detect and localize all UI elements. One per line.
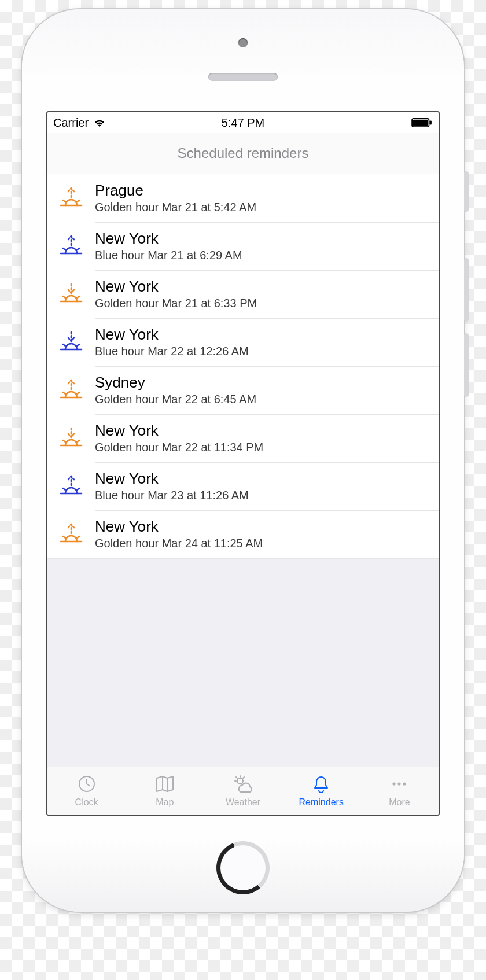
reminder-text: New York Blue hour Mar 23 at 11:26 AM bbox=[95, 470, 439, 502]
reminder-row[interactable]: New York Blue hour Mar 23 at 11:26 AM bbox=[47, 462, 439, 510]
reminder-row[interactable]: Prague Golden hour Mar 21 at 5:42 AM bbox=[47, 174, 439, 222]
reminder-row[interactable]: New York Blue hour Mar 21 at 6:29 AM bbox=[47, 222, 439, 270]
carrier-label: Carrier bbox=[53, 116, 89, 130]
reminder-text: New York Blue hour Mar 22 at 12:26 AM bbox=[95, 326, 439, 358]
svg-line-10 bbox=[77, 248, 79, 250]
svg-line-21 bbox=[63, 392, 65, 394]
svg-line-26 bbox=[77, 440, 79, 442]
device-camera bbox=[238, 38, 248, 47]
status-time: 5:47 PM bbox=[222, 116, 264, 130]
reminder-row[interactable]: New York Blue hour Mar 22 at 12:26 AM bbox=[47, 318, 439, 366]
device-side-button bbox=[464, 333, 469, 397]
reminder-detail: Blue hour Mar 23 at 11:26 AM bbox=[95, 489, 439, 502]
tab-label: Reminders bbox=[299, 797, 344, 808]
reminder-text: New York Golden hour Mar 24 at 11:25 AM bbox=[95, 518, 439, 550]
svg-line-17 bbox=[63, 344, 65, 346]
tab-map[interactable]: Map bbox=[126, 767, 204, 815]
svg-line-25 bbox=[63, 440, 65, 442]
reminder-detail: Golden hour Mar 22 at 11:34 PM bbox=[95, 441, 439, 454]
tab-more[interactable]: More bbox=[360, 767, 439, 815]
weather-icon bbox=[233, 775, 253, 795]
svg-rect-1 bbox=[413, 120, 428, 126]
sun-up-golden-icon bbox=[47, 378, 95, 403]
sun-down-golden-icon bbox=[47, 282, 95, 307]
reminder-row[interactable]: Sydney Golden hour Mar 22 at 6:45 AM bbox=[47, 366, 439, 414]
reminder-detail: Golden hour Mar 24 at 11:25 AM bbox=[95, 537, 439, 550]
svg-line-34 bbox=[77, 536, 79, 538]
reminder-detail: Golden hour Mar 21 at 5:42 AM bbox=[95, 201, 439, 214]
tab-label: More bbox=[389, 797, 410, 808]
reminder-detail: Golden hour Mar 21 at 6:33 PM bbox=[95, 297, 439, 310]
reminder-city: Prague bbox=[95, 182, 439, 200]
svg-point-46 bbox=[403, 782, 406, 785]
svg-line-42 bbox=[236, 777, 237, 778]
tab-bar: Clock Map Weather Reminders More bbox=[47, 767, 439, 815]
svg-line-14 bbox=[77, 296, 79, 298]
reminder-text: Prague Golden hour Mar 21 at 5:42 AM bbox=[95, 182, 439, 214]
svg-line-5 bbox=[63, 200, 65, 202]
svg-line-9 bbox=[63, 248, 65, 250]
svg-point-45 bbox=[398, 782, 401, 785]
sun-up-blue-icon bbox=[47, 474, 95, 499]
content-background bbox=[47, 559, 439, 767]
reminder-text: Sydney Golden hour Mar 22 at 6:45 AM bbox=[95, 374, 439, 406]
svg-line-29 bbox=[63, 488, 65, 490]
sun-up-golden-icon bbox=[47, 186, 95, 211]
reminder-detail: Blue hour Mar 22 at 12:26 AM bbox=[95, 345, 439, 358]
tab-label: Map bbox=[156, 797, 174, 808]
status-bar: Carrier 5:47 PM bbox=[47, 112, 439, 133]
reminder-text: New York Golden hour Mar 22 at 11:34 PM bbox=[95, 422, 439, 454]
svg-point-39 bbox=[237, 778, 243, 784]
tab-reminders[interactable]: Reminders bbox=[282, 767, 360, 815]
page-title: Scheduled reminders bbox=[178, 145, 309, 161]
battery-icon bbox=[411, 118, 433, 127]
reminder-city: New York bbox=[95, 278, 439, 296]
reminder-row[interactable]: New York Golden hour Mar 21 at 6:33 PM bbox=[47, 270, 439, 318]
more-icon bbox=[389, 775, 410, 795]
reminder-city: New York bbox=[95, 326, 439, 344]
device-frame: Carrier 5:47 PM Scheduled reminders Prag… bbox=[22, 9, 464, 912]
tab-label: Clock bbox=[75, 797, 98, 808]
reminder-text: New York Golden hour Mar 21 at 6:33 PM bbox=[95, 278, 439, 310]
home-button[interactable] bbox=[216, 841, 270, 894]
svg-point-44 bbox=[393, 782, 396, 785]
svg-rect-2 bbox=[429, 120, 432, 124]
reminders-icon bbox=[311, 775, 332, 795]
reminders-list[interactable]: Prague Golden hour Mar 21 at 5:42 AM New… bbox=[47, 174, 439, 559]
svg-line-30 bbox=[77, 488, 79, 490]
reminder-city: New York bbox=[95, 230, 439, 248]
reminder-row[interactable]: New York Golden hour Mar 22 at 11:34 PM bbox=[47, 414, 439, 462]
reminder-city: New York bbox=[95, 470, 439, 488]
svg-line-13 bbox=[63, 296, 65, 298]
reminder-detail: Blue hour Mar 21 at 6:29 AM bbox=[95, 249, 439, 262]
wifi-icon bbox=[93, 118, 106, 127]
device-side-button bbox=[464, 258, 469, 322]
sun-down-blue-icon bbox=[47, 330, 95, 355]
device-speaker bbox=[208, 73, 278, 81]
svg-line-33 bbox=[63, 536, 65, 538]
sun-up-golden-icon bbox=[47, 522, 95, 547]
svg-line-18 bbox=[77, 344, 79, 346]
svg-line-6 bbox=[77, 200, 79, 202]
reminder-city: New York bbox=[95, 518, 439, 536]
svg-line-22 bbox=[77, 392, 79, 394]
svg-line-43 bbox=[243, 777, 244, 778]
sun-up-blue-icon bbox=[47, 234, 95, 259]
clock-icon bbox=[76, 775, 97, 795]
reminder-detail: Golden hour Mar 22 at 6:45 AM bbox=[95, 393, 439, 406]
reminder-city: Sydney bbox=[95, 374, 439, 392]
tab-clock[interactable]: Clock bbox=[47, 767, 126, 815]
tab-label: Weather bbox=[226, 797, 260, 808]
tab-weather[interactable]: Weather bbox=[204, 767, 282, 815]
nav-header: Scheduled reminders bbox=[47, 133, 439, 174]
screen: Carrier 5:47 PM Scheduled reminders Prag… bbox=[46, 111, 440, 816]
reminder-row[interactable]: New York Golden hour Mar 24 at 11:25 AM bbox=[47, 510, 439, 558]
sun-down-golden-icon bbox=[47, 426, 95, 451]
device-side-button bbox=[464, 171, 469, 212]
reminder-text: New York Blue hour Mar 21 at 6:29 AM bbox=[95, 230, 439, 262]
svg-marker-36 bbox=[157, 776, 173, 791]
map-icon bbox=[154, 775, 175, 795]
reminder-city: New York bbox=[95, 422, 439, 440]
